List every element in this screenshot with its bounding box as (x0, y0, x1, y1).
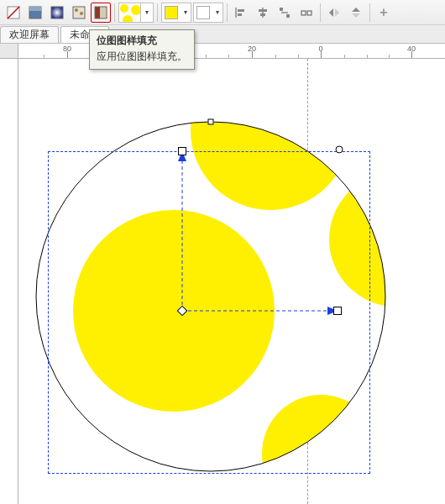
align-edge-icon[interactable] (296, 3, 317, 23)
ruler-corner (0, 44, 18, 59)
svg-rect-22 (286, 14, 290, 18)
align-center-icon[interactable] (253, 3, 273, 23)
selection-marquee[interactable] (48, 151, 370, 474)
fill-color-swatch (165, 6, 178, 19)
chevron-down-icon: ▾ (181, 8, 191, 16)
svg-rect-25 (307, 11, 312, 15)
mirror-v-icon[interactable] (346, 3, 366, 23)
svg-point-7 (80, 12, 83, 15)
align-distribute-icon[interactable] (275, 3, 295, 23)
svg-rect-9 (100, 7, 107, 18)
mirror-h-icon[interactable] (324, 3, 344, 23)
fill-vector-handle-top[interactable] (178, 147, 186, 155)
separator (320, 3, 321, 22)
separator (114, 3, 115, 22)
horizontal-ruler[interactable]: 80 60 20 0 40 (0, 44, 445, 59)
svg-rect-21 (280, 8, 283, 11)
chevron-down-icon: ▾ (141, 3, 153, 22)
svg-marker-27 (335, 8, 339, 17)
svg-marker-28 (352, 8, 360, 12)
gradient-fill-icon[interactable] (47, 3, 67, 23)
svg-rect-16 (238, 9, 244, 12)
svg-point-13 (131, 5, 141, 15)
svg-point-6 (75, 8, 78, 12)
svg-rect-5 (73, 7, 85, 18)
fill-vector-handle-right[interactable] (333, 307, 342, 315)
svg-marker-26 (329, 8, 333, 17)
tooltip: 位图图样填充 应用位图图样填充。 (89, 29, 195, 70)
svg-marker-29 (352, 13, 360, 18)
add-preset-icon[interactable]: + (374, 3, 394, 23)
pattern-fill-icon[interactable] (69, 3, 89, 23)
tab-welcome[interactable]: 欢迎屏幕 (0, 26, 59, 43)
svg-rect-24 (301, 11, 306, 15)
shape-node-rotation[interactable] (336, 146, 343, 154)
chevron-down-icon: ▾ (212, 8, 222, 16)
svg-rect-17 (238, 13, 242, 16)
solid-fill-icon[interactable] (25, 3, 45, 23)
tooltip-title: 位图图样填充 (97, 34, 187, 48)
separator (157, 3, 158, 22)
vertical-ruler[interactable] (0, 59, 18, 504)
tooltip-body: 应用位图图样填充。 (97, 50, 187, 64)
align-left-icon[interactable] (231, 3, 251, 23)
svg-rect-4 (51, 7, 63, 18)
pattern-swatch-preview (119, 3, 141, 22)
separator (227, 3, 228, 22)
pattern-swatch-picker[interactable]: ▾ (118, 3, 154, 23)
document-tabs: 欢迎屏幕 未命名 (0, 25, 445, 44)
svg-rect-20 (260, 13, 265, 16)
svg-rect-8 (95, 7, 100, 18)
separator (369, 3, 370, 22)
outline-color-picker[interactable]: ▾ (193, 3, 223, 23)
plus-icon: + (380, 5, 387, 20)
svg-rect-3 (29, 7, 41, 11)
shape-node-top[interactable] (208, 119, 214, 125)
fill-color-picker[interactable]: ▾ (161, 3, 191, 23)
no-fill-icon[interactable] (3, 3, 24, 23)
bitmap-pattern-fill-icon[interactable] (91, 3, 111, 23)
svg-point-12 (120, 4, 128, 13)
canvas[interactable] (18, 59, 445, 504)
tab-label: 欢迎屏幕 (9, 28, 50, 42)
fill-toolbar: ▾ ▾ ▾ + (0, 0, 445, 25)
outline-color-swatch (196, 6, 210, 19)
svg-rect-19 (259, 9, 267, 12)
